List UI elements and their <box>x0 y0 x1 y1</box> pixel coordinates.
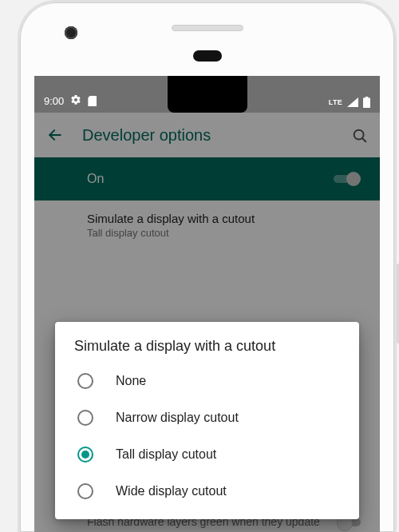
sd-card-icon <box>88 96 97 106</box>
radio-label: None <box>116 374 146 388</box>
status-time: 9:00 <box>44 95 64 107</box>
network-type-label: LTE <box>329 98 342 106</box>
sensor-pill <box>193 50 222 62</box>
cutout-option-narrow[interactable]: Narrow display cutout <box>55 399 359 436</box>
radio-icon <box>77 410 93 426</box>
cutout-selection-dialog: Simulate a display with a cutout None Na… <box>55 322 359 519</box>
battery-icon <box>363 97 370 108</box>
phone-frame: 9:00 LTE Developer options On <box>18 0 397 532</box>
radio-icon <box>77 447 93 463</box>
display-cutout-notch <box>168 76 247 113</box>
radio-label: Wide display cutout <box>116 484 227 498</box>
phone-top-hardware <box>20 2 394 66</box>
signal-icon <box>347 97 358 107</box>
radio-icon <box>77 373 93 389</box>
settings-icon <box>70 94 81 108</box>
radio-label: Tall display cutout <box>116 447 216 462</box>
radio-icon <box>77 483 93 499</box>
screen: 9:00 LTE Developer options On <box>34 76 380 532</box>
earpiece-speaker <box>172 25 243 31</box>
cutout-option-wide[interactable]: Wide display cutout <box>55 473 359 510</box>
front-camera <box>65 26 77 39</box>
radio-label: Narrow display cutout <box>116 411 239 425</box>
cutout-option-none[interactable]: None <box>55 363 359 399</box>
dialog-title: Simulate a display with a cutout <box>55 338 359 363</box>
cutout-option-tall[interactable]: Tall display cutout <box>55 436 359 473</box>
